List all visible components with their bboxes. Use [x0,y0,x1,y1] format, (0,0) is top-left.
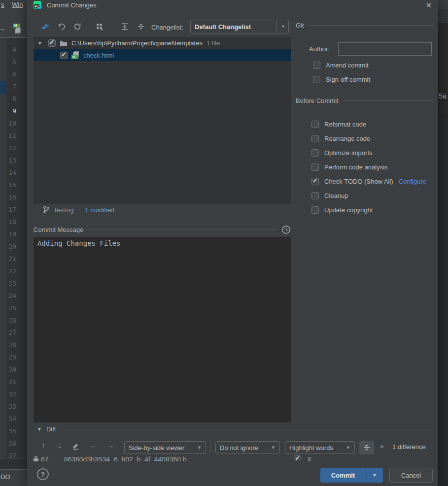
dialog-title: Commit Changes [47,1,96,9]
collapse-all-icon[interactable] [136,21,146,32]
signoff-commit-option[interactable]: Sign-off commit [313,73,370,85]
before-commit-option[interactable]: Cleanup [311,189,435,203]
rollback-icon[interactable] [56,21,67,32]
configure-link[interactable]: Configure [399,178,426,185]
refresh-icon[interactable] [72,21,83,32]
checkbox-icon[interactable] [311,135,319,142]
editor-bottom-seam [0,458,27,469]
checkbox-icon[interactable] [313,62,320,69]
group-by-icon[interactable] [94,21,105,32]
gutter-line: 15 [0,179,22,191]
before-commit-option[interactable]: Optimize imports [311,146,435,160]
separator-line [343,100,434,101]
gutter-line: 36 [0,437,22,450]
ignore-dropdown-value: Do not ignore [220,444,258,452]
gutter-line: 25 [0,302,22,314]
diff-clipped-text: 67 86360d3b3534 6 b02 b 4f 4408360 b [41,454,187,461]
tab-minus-icon[interactable]: – [0,25,4,33]
gutter-line: 10 [0,117,22,130]
gutter-line: 34 [0,413,22,425]
gutter-line: 11 [0,130,22,142]
option-label: Reformat code [324,121,366,128]
commit-split-button: Commit ▼ [320,468,383,483]
branch-row: testing 1 modified [34,206,114,214]
ignore-whitespace-dropdown[interactable]: Do not ignore ▼ [215,441,280,454]
checkbox-icon[interactable] [311,149,319,157]
before-commit-header: Before Commit [296,97,434,104]
menu-item-window[interactable]: Win [12,1,23,8]
highlight-dropdown-value: Highlight words [289,444,333,452]
gutter-line: 12 [0,142,22,154]
viewer-dropdown[interactable]: Side-by-side viewer ▼ [124,441,206,454]
toolbar-divider [210,440,211,452]
tree-row-file[interactable]: H check.html [34,49,291,61]
page-icon [16,28,21,33]
gutter-line: 18 [0,216,22,228]
checkbox-icon[interactable] [313,76,320,83]
gutter-line: 32 [0,388,22,400]
cancel-button[interactable]: Cancel [389,468,433,483]
signoff-commit-label: Sign-off commit [326,76,370,83]
gutter-line: 24 [0,290,22,302]
commit-message-area[interactable]: Adding Changes Files [34,237,291,422]
menu-item-partial[interactable]: s [1,1,4,8]
branch-name: testing [55,206,73,214]
help-icon[interactable]: ? [37,468,49,480]
tree-expand-icon[interactable]: ▼ [37,40,42,46]
separator-line [88,229,277,230]
folder-checkbox[interactable] [48,39,56,47]
option-label: Check TODO (Show All) [324,178,393,185]
message-history-icon[interactable] [281,225,291,234]
expand-all-icon[interactable] [119,21,130,32]
gutter-line: 17 [0,203,22,216]
diff-toolbar: ↑ ↓ ← → Side-by-side viewer ▼ Do not ign… [27,439,438,454]
folder-path: C:\Users\hp\PycharmProject\cpanel\templa… [71,39,203,47]
diff-collapse-icon[interactable]: ▼ [37,426,42,432]
commit-button[interactable]: Commit [320,468,366,483]
todo-tab[interactable]: DO [0,473,10,481]
chevron-down-icon: ▼ [276,21,285,32]
author-input[interactable] [338,42,432,56]
modified-files-link[interactable]: 1 modified [85,206,114,214]
amend-commit-option[interactable]: Amend commit [313,59,369,71]
file-checkbox[interactable] [60,52,68,59]
toolbar-divider [86,21,86,32]
before-commit-option[interactable]: Rearrange code [311,131,435,146]
commit-options-button[interactable]: ▼ [366,468,383,483]
next-change-icon[interactable]: → [105,440,116,451]
tree-row-folder[interactable]: ▼ C:\Users\hp\PycharmProject\cpanel\temp… [34,37,291,49]
checkbox-icon[interactable] [311,178,319,185]
clipped-checkbox[interactable] [294,455,301,461]
checkbox-icon[interactable] [311,121,319,128]
changelist-value: Default Changelist [195,23,251,31]
checkbox-icon[interactable] [311,163,319,171]
gutter-line: 13 [0,154,22,166]
chevron-down-icon: ▼ [192,445,202,450]
previous-difference-icon[interactable]: ↑ [38,440,49,451]
checkbox-icon[interactable] [311,206,319,214]
checkbox-icon[interactable] [311,192,319,199]
close-icon[interactable]: ✕ [425,1,432,10]
collapse-unchanged-toggle[interactable] [359,441,374,454]
chevrons-icon[interactable]: » [380,442,384,450]
diff-header[interactable]: ▼ Diff [34,425,434,433]
commit-message-text[interactable]: Adding Changes Files [34,237,291,250]
before-commit-option[interactable]: Perform code analysis [311,160,435,174]
gutter-line: 4 [0,43,22,56]
changelist-dropdown[interactable]: Default Changelist ▼ [190,20,289,33]
highlight-mode-dropdown[interactable]: Highlight words ▼ [285,441,355,454]
gutter-line: 28 [0,339,22,351]
html-file-icon: H [71,51,79,59]
editor-area-right: 5a [438,23,448,114]
before-commit-option[interactable]: Update copyright [311,203,435,217]
show-diff-icon[interactable] [39,21,50,32]
before-commit-option[interactable]: Check TODO (Show All)Configure [311,174,435,189]
edit-source-icon[interactable] [70,440,81,451]
amend-commit-label: Amend commit [326,62,369,69]
editor-left-strip: – H 456789101112131415161718192021222324… [0,10,27,459]
chevron-down-icon: ▼ [373,473,377,478]
folder-meta: 1 file [207,39,220,47]
next-difference-icon[interactable]: ↓ [54,440,65,451]
prev-change-icon[interactable]: ← [88,440,99,451]
before-commit-option[interactable]: Reformat code [311,117,435,131]
